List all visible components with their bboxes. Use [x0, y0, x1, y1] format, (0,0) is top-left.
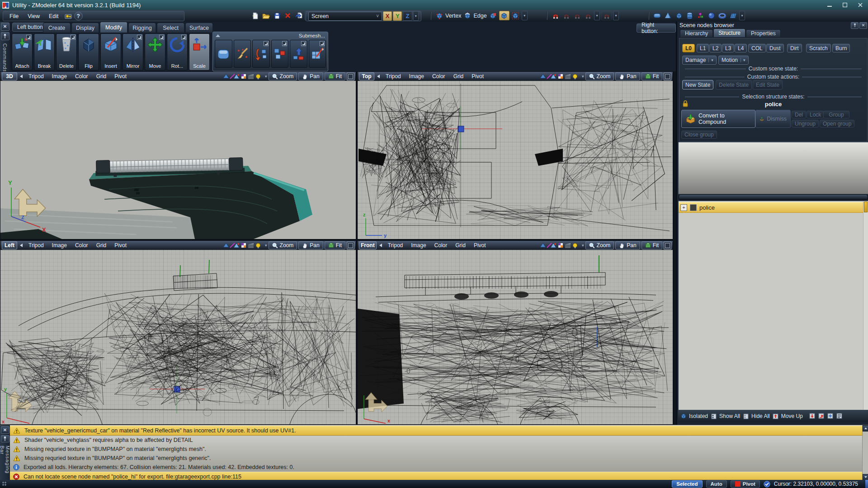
selected-status-button[interactable]: Selected	[672, 480, 702, 488]
expand-corner-icon[interactable]	[264, 41, 269, 46]
tab-select[interactable]: Select	[157, 23, 184, 33]
pivot-status-button[interactable]: Pivot	[731, 480, 760, 488]
axis-y-button[interactable]: Y	[393, 11, 402, 21]
del-button[interactable]: Del	[792, 111, 806, 118]
viewport-menu-pivot[interactable]: Pivot	[111, 242, 130, 249]
menu-file[interactable]: File	[5, 13, 23, 19]
viewport-menu-grid[interactable]: Grid	[93, 73, 110, 80]
viewport-menu-grid[interactable]: Grid	[93, 242, 110, 249]
expand-corner-icon[interactable]	[26, 35, 31, 40]
coordinate-space-select[interactable]: Screen ˅	[308, 12, 382, 21]
expand-corner-icon[interactable]	[137, 35, 142, 40]
tab-structure[interactable]: Structure	[713, 28, 745, 37]
pan-button[interactable]: Pan	[615, 72, 640, 80]
viewport-3d[interactable]: 3D Tripod Image Color Grid Pivot ▾ Zoom …	[0, 71, 356, 239]
viewport-menu-tripod[interactable]: Tripod	[382, 73, 404, 80]
close-group-button[interactable]: Close group	[681, 131, 717, 139]
edge-mode-icon[interactable]	[462, 11, 472, 20]
add-node-icon[interactable]	[827, 413, 834, 419]
scroll-up-icon[interactable]	[863, 425, 868, 432]
expand-corner-icon[interactable]	[71, 35, 75, 40]
expand-node-icon[interactable]: +	[680, 204, 687, 211]
snap-vertex-icon[interactable]	[561, 11, 571, 20]
list-options-icon[interactable]	[836, 413, 843, 419]
maximize-viewport-icon[interactable]	[664, 73, 671, 80]
move-up-label[interactable]: Move Up	[781, 413, 803, 419]
message-row[interactable]: Missing requried texture in "BUMPMAP" on…	[10, 445, 863, 454]
scale-button[interactable]: Scale	[189, 33, 210, 70]
node-visibility-checkbox[interactable]	[690, 204, 697, 211]
fit-button[interactable]: Fit	[325, 241, 345, 249]
viewport-front-name-button[interactable]: Front	[359, 241, 377, 249]
lod-l4-button[interactable]: L4	[735, 44, 747, 52]
primitives-overflow[interactable]: ▾	[739, 11, 745, 20]
lod-scratch-button[interactable]: Scratch	[806, 44, 831, 52]
fit-button[interactable]: Fit	[325, 72, 345, 80]
back-arrow-icon[interactable]	[379, 244, 382, 247]
zoom-button[interactable]: Zoom	[269, 241, 297, 249]
hide-all-label[interactable]: Hide All	[751, 413, 770, 419]
message-row[interactable]: Exported all lods. Hierarchy elements: 6…	[10, 463, 863, 472]
zoom-button[interactable]: Zoom	[585, 241, 614, 249]
primitive-cylinder-icon[interactable]	[685, 11, 694, 20]
lod-l0-button[interactable]: L0	[682, 44, 695, 52]
insert-button[interactable]: Insert	[100, 33, 121, 70]
viewport-menu-tripod[interactable]: Tripod	[385, 242, 406, 249]
viewport-left-canvas[interactable]: y x	[0, 250, 356, 424]
lod-dirt-button[interactable]: Dirt	[787, 44, 802, 52]
viewport-menu-image[interactable]: Image	[406, 73, 427, 80]
render-modes-dropdown[interactable]: ▾	[265, 74, 267, 79]
zoom-button[interactable]: Zoom	[585, 72, 614, 80]
pan-button[interactable]: Pan	[615, 241, 640, 249]
maximize-viewport-icon[interactable]	[347, 242, 354, 249]
viewport-top[interactable]: Top Tripod Image Color Grid Pivot ▾ Zoom…	[357, 71, 673, 239]
save-icon[interactable]	[272, 11, 282, 20]
expand-corner-icon[interactable]	[282, 41, 287, 46]
move-down-icon[interactable]	[809, 413, 816, 419]
open-file-icon[interactable]	[261, 11, 271, 20]
expand-corner-icon[interactable]	[301, 41, 306, 46]
render-mode-icons[interactable]	[223, 242, 264, 249]
submesh-split-button[interactable]	[271, 40, 289, 68]
isolated-icon[interactable]	[680, 413, 687, 419]
maximize-viewport-icon[interactable]	[664, 242, 671, 249]
viewport-top-name-button[interactable]: Top	[359, 72, 374, 80]
submesh-smooth-button[interactable]	[215, 40, 232, 68]
lod-dust-button[interactable]: Dust	[766, 44, 784, 52]
primitive-cone-icon[interactable]	[663, 11, 673, 20]
axis-x-button[interactable]: X	[383, 11, 392, 21]
messages-close-icon[interactable]: ✕	[1, 426, 9, 434]
submesh-knife-button[interactable]	[309, 40, 326, 68]
render-mode-icons[interactable]	[540, 242, 580, 249]
node-row-police[interactable]: + police	[679, 202, 868, 213]
viewport-front[interactable]: Front Tripod Image Color Grid Pivot ▾ Zo…	[357, 240, 673, 425]
pan-button[interactable]: Pan	[298, 72, 323, 80]
viewport-menu-tripod[interactable]: Tripod	[25, 73, 47, 80]
fit-button[interactable]: Fit	[642, 241, 662, 249]
object-mode-button[interactable]	[499, 11, 509, 20]
expand-corner-icon[interactable]	[320, 41, 325, 46]
primitive-torus-icon[interactable]	[717, 11, 727, 20]
lod-burn-button[interactable]: Burn	[832, 44, 850, 52]
axis-z-button[interactable]: Z	[403, 11, 412, 21]
snap-edge-icon[interactable]	[572, 11, 582, 20]
submesh-brush-button[interactable]	[234, 40, 251, 68]
back-arrow-icon[interactable]	[20, 75, 23, 78]
viewport-menu-pivot[interactable]: Pivot	[468, 73, 487, 80]
close-button[interactable]	[853, 0, 868, 10]
message-row[interactable]: Texture "vehicle_genericmud_car" on mate…	[10, 426, 863, 436]
move-up-icon[interactable]	[772, 413, 779, 419]
tab-rigging[interactable]: Rigging	[128, 23, 156, 33]
group-button[interactable]: Group	[823, 111, 849, 118]
render-modes-dropdown[interactable]: ▾	[582, 74, 584, 79]
scene-node-list[interactable]: + police	[678, 201, 868, 410]
submesh-extrude-button[interactable]	[290, 40, 307, 68]
zoom-button[interactable]: Zoom	[269, 72, 297, 80]
rotate-button[interactable]: Rot...	[167, 33, 188, 70]
delete-file-icon[interactable]	[283, 11, 292, 20]
mirror-button[interactable]: Mirror	[123, 33, 143, 70]
message-row[interactable]: Shader "vehicle_vehglass" requires alpha…	[10, 436, 863, 445]
ungroup-button[interactable]: Ungroup	[792, 120, 819, 127]
maximize-button[interactable]	[837, 0, 853, 10]
viewport-menu-color[interactable]: Color	[431, 242, 451, 249]
